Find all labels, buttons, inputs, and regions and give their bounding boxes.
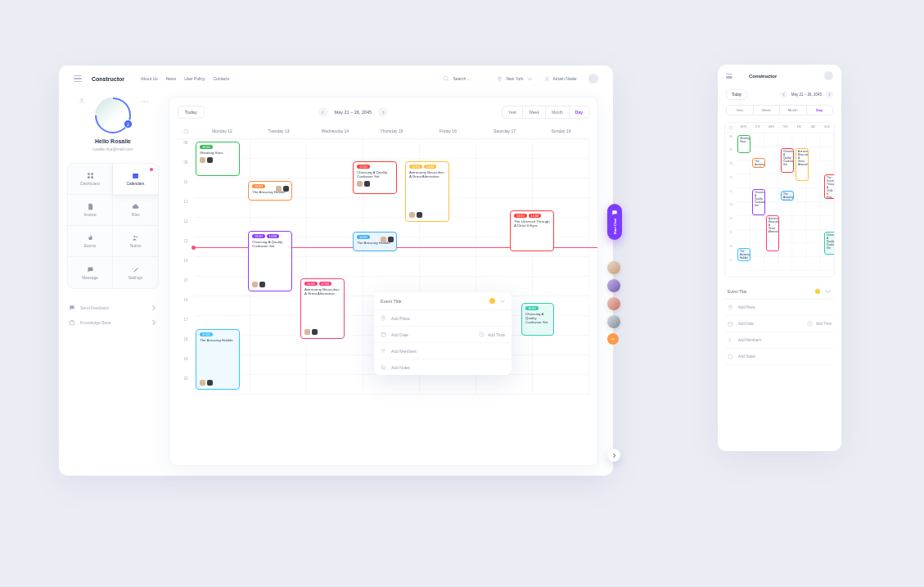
more-icon[interactable]: ••• (142, 99, 149, 104)
view-week[interactable]: Week (754, 106, 781, 115)
grid-cell[interactable] (806, 133, 820, 147)
color-picker-dot[interactable] (489, 298, 495, 304)
event-title-input[interactable] (381, 299, 489, 304)
grid-cell[interactable] (737, 174, 750, 188)
grid-cell[interactable] (420, 139, 476, 159)
grid-cell[interactable] (778, 202, 792, 216)
grid-cell[interactable] (363, 257, 420, 277)
notifications-button[interactable] (824, 71, 833, 80)
grid-cell[interactable] (764, 174, 778, 188)
grid-cell[interactable] (420, 375, 476, 395)
grid-cell[interactable] (750, 133, 764, 147)
grid-cell[interactable] (533, 159, 589, 178)
event[interactable]: Choosing A Quality Cookware Set (781, 148, 794, 173)
grid-cell[interactable] (764, 161, 778, 175)
search-field[interactable] (443, 75, 485, 82)
grid-cell[interactable] (737, 161, 750, 175)
event-hubble-thu[interactable]: 14:00 The Amazing Hubble (353, 232, 397, 251)
grid-cell[interactable] (533, 336, 589, 355)
grid-cell[interactable] (778, 243, 792, 257)
grid-cell[interactable] (806, 216, 820, 230)
header-user[interactable]: Adrain Nader (544, 76, 577, 82)
sidebar-item-dashboard[interactable]: Dashboard (68, 164, 113, 195)
grid-cell[interactable] (764, 257, 778, 271)
grid-cell[interactable] (194, 198, 250, 218)
view-year[interactable]: Year (727, 106, 754, 115)
grid-cell[interactable] (363, 139, 420, 159)
sidebar-item-calendars[interactable]: Calendars (113, 164, 158, 195)
grid-cell[interactable] (307, 375, 363, 395)
sidebar-item-settings[interactable]: Settings (113, 257, 158, 288)
grid-cell[interactable] (820, 147, 834, 161)
event-cook-1[interactable]: 13:0014:00 Choosing A Quality Cookware S… (248, 231, 292, 291)
grid-cell[interactable] (737, 202, 750, 216)
grid-cell[interactable] (792, 230, 806, 244)
color-picker-dot[interactable] (815, 289, 820, 294)
grid-cell[interactable] (792, 202, 806, 216)
nav-policy[interactable]: User Policy (184, 76, 205, 81)
grid-cell[interactable] (420, 257, 476, 277)
grid-cell[interactable] (250, 316, 307, 336)
add-place-row[interactable]: Add Place (374, 310, 512, 327)
grid-cell[interactable] (792, 133, 806, 147)
avatar[interactable]: 2 (95, 97, 131, 133)
notifications-button[interactable] (588, 74, 598, 84)
event-cook-thu[interactable]: 12:00 Choosing A Quality Cookware Set (353, 161, 397, 194)
grid-cell[interactable] (792, 257, 806, 271)
grid-cell[interactable] (533, 139, 589, 159)
mobile-time-grid[interactable]: 08091011121314151617Shooting StarsThe Am… (725, 133, 834, 271)
event-astro-fri[interactable]: 12:0014:00 Astronomy Binoculars A Great … (405, 161, 449, 222)
view-week[interactable]: Week (523, 106, 546, 118)
grid-cell[interactable] (307, 198, 363, 218)
grid-cell[interactable] (792, 188, 806, 202)
grid-cell[interactable] (194, 277, 250, 296)
prev-button[interactable] (318, 107, 328, 117)
grid-cell[interactable] (250, 355, 307, 375)
grid-cell[interactable] (250, 198, 307, 218)
nav-news[interactable]: News (166, 76, 177, 81)
grid-cell[interactable] (778, 216, 792, 230)
prev-button[interactable] (780, 91, 787, 98)
grid-cell[interactable] (778, 257, 792, 271)
event[interactable]: The Universe Through A Child S Eyes (824, 174, 835, 199)
event[interactable]: Shooting Stars (737, 135, 750, 153)
sidebar-item-files[interactable]: Files (113, 195, 158, 226)
expand-button[interactable] (607, 449, 620, 462)
add-date-row[interactable]: Add Date Add Time (374, 327, 512, 343)
today-button[interactable]: Today (726, 89, 747, 100)
grid-cell[interactable] (250, 139, 307, 159)
grid-cell[interactable] (806, 202, 820, 216)
next-button[interactable] (826, 91, 833, 98)
grid-cell[interactable] (250, 375, 307, 395)
grid-cell[interactable] (250, 159, 307, 178)
view-day[interactable]: Day (807, 106, 833, 115)
grid-cell[interactable] (778, 174, 792, 188)
send-feedback-link[interactable]: Send Feedback (67, 300, 159, 315)
event-universe-sun[interactable]: 13:0015:00 The Universe Through A Child … (510, 210, 554, 251)
event-hubble-1[interactable]: 13:00 The Amazing Hubble (248, 181, 292, 201)
event[interactable]: Choosing A Quality Cookware Set (752, 189, 765, 215)
add-notes-row[interactable]: Add Notes (724, 349, 835, 365)
grid-cell[interactable] (820, 202, 834, 216)
grid-cell[interactable] (820, 257, 834, 271)
grid-cell[interactable] (250, 296, 307, 316)
nav-about[interactable]: About Us (141, 76, 158, 81)
grid-cell[interactable] (820, 133, 834, 147)
grid-cell[interactable] (778, 230, 792, 244)
grid-cell[interactable] (307, 139, 363, 159)
grid-cell[interactable] (250, 336, 307, 355)
event-astro-1[interactable]: 15:0017:00 Astronomy Binoculars A Great … (300, 278, 345, 339)
chevron-down-icon[interactable] (500, 300, 505, 303)
grid-cell[interactable] (750, 174, 764, 188)
event-cook-sun[interactable]: 18:00 Choosing A Quality Cookware Set (521, 303, 554, 336)
chevron-down-icon[interactable] (825, 289, 832, 294)
event-title-input[interactable] (728, 289, 815, 294)
grid-cell[interactable] (363, 375, 420, 395)
avatar[interactable] (607, 279, 620, 292)
event[interactable]: Astronomy Binoculars A Great Alternative (796, 148, 809, 181)
grid-cell[interactable] (806, 188, 820, 202)
add-date-row[interactable]: Add Date Add Time (724, 316, 835, 332)
grid-cell[interactable] (737, 216, 750, 230)
grid-cell[interactable] (792, 216, 806, 230)
grid-cell[interactable] (194, 257, 250, 277)
